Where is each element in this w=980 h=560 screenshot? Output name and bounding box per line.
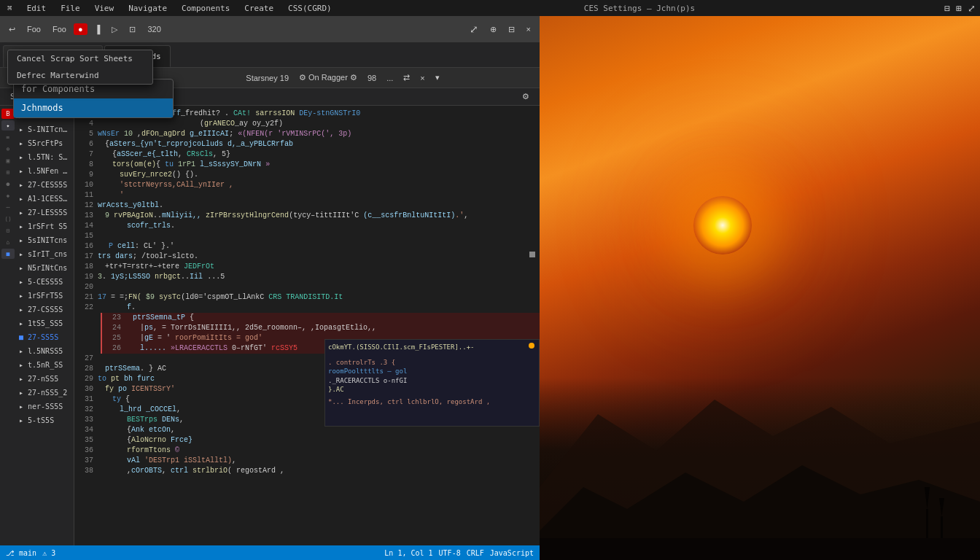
sidebar-icon-3[interactable]: ≡ <box>1 132 15 142</box>
panel-code-6: *... Incerpds, ctrl lchlbrlO, regostArd … <box>328 397 536 407</box>
code-line-36: 36 rformTtons © <box>74 446 540 456</box>
sidebar-icon-11[interactable]: ⊟ <box>1 225 15 236</box>
os-menu-bar: ⌘ Edit File View Navigate Components Cre… <box>0 0 980 16</box>
window-expand[interactable]: ⤢ <box>968 3 976 14</box>
tree-item-21[interactable]: ▸ 27-nSS5_2 <box>16 386 74 400</box>
sidebar-icon-4[interactable]: ⊕ <box>1 144 15 154</box>
tree-item-15[interactable]: ▸ 27-CSS5S <box>16 303 74 316</box>
tree-item-18[interactable]: ▸ l.5NRSS5 <box>16 344 74 358</box>
code-line-17: 17 trs dars; /toolr–slcto. <box>74 252 540 262</box>
tree-item-4[interactable]: ▸ l.5TN: SDe <box>16 150 74 164</box>
tree-item-17[interactable]: ■ 27-SS5S <box>16 330 74 344</box>
os-menu-navigate[interactable]: Navigate <box>125 2 170 15</box>
sidebar-icon-7[interactable]: ● <box>1 179 15 189</box>
tree-item-11[interactable]: ▸ sIrIT_cns <box>16 247 74 261</box>
tree-item-12[interactable]: ▸ N5rINtCns <box>16 261 74 275</box>
code-line-16: 16 P cell: CL' }.' <box>74 241 540 252</box>
tree-item-23[interactable]: ▸ 5-tS5S <box>16 413 74 427</box>
os-menu-view[interactable]: View <box>92 2 117 15</box>
window-title: CES Settings – Jchn(p)s <box>343 4 936 13</box>
file-tree: ▶ BINITtobcja ▸ S-INITcns. ▸ S5rcFtPs ▸ … <box>16 106 74 545</box>
code-line-22: 22 f. <box>74 303 540 313</box>
code-line-20: 20 <box>74 282 540 292</box>
code-line-15: 15 <box>74 231 540 241</box>
code-line-34: 34 {Ank etcOn, <box>74 425 540 435</box>
sidebar-icon-10[interactable]: ⟨⟩ <box>1 214 15 224</box>
os-menu-css[interactable]: CSS(CGRD) <box>285 2 335 15</box>
sidebar-icon-13[interactable]: ■ <box>1 249 15 259</box>
toolbar-foo2[interactable]: Foo <box>48 23 71 35</box>
toolbar-run[interactable]: ▷ <box>107 23 122 36</box>
editor-btn-x[interactable]: × <box>416 72 429 84</box>
code-line-13: 13 9 rvPBAgIoN..mNliyii,, zIrPBrssytHlng… <box>74 211 540 221</box>
toolbar-minimize[interactable]: ⊟ <box>504 23 519 36</box>
status-eol: CRLF <box>467 549 484 557</box>
palette-item-jchnmods[interactable]: Jchnmods <box>14 98 173 117</box>
tree-item-5[interactable]: ▸ l.5NFen 11 <box>16 164 74 178</box>
sidebar-icon-2[interactable]: ✦ <box>1 120 15 131</box>
window-maximize[interactable]: ⊞ <box>956 3 962 14</box>
os-menu-file[interactable]: File <box>58 2 83 15</box>
svg-rect-2 <box>540 538 980 560</box>
tree-item-7[interactable]: ▸ A1-1CESS5S <box>16 192 74 206</box>
editor-btn-num[interactable]: 98 <box>363 72 381 84</box>
panel-code-1: cOkmYT.(SISSO.CIlI.scm_FIsPESTER]..+- <box>328 343 536 352</box>
svg-rect-3 <box>926 509 928 538</box>
tree-item-2[interactable]: ▸ S-INITcns. <box>16 122 74 136</box>
os-menu-components[interactable]: Components <box>179 2 233 15</box>
breadcrumb-settings-btn[interactable]: ⚙ <box>518 90 534 103</box>
toolbar-split[interactable]: ▐ <box>90 23 105 35</box>
status-branch: ⎇ main <box>6 549 36 557</box>
sidebar-icon-5[interactable]: ▣ <box>1 155 15 166</box>
editor-btn-more[interactable]: ▾ <box>431 71 444 84</box>
code-line-19: 19 3. 1yS;LS5SO nrbgct..Iil ...5 <box>74 272 540 282</box>
sidebar-icon-12[interactable]: ⌂ <box>1 237 15 247</box>
os-menu-edit[interactable]: Edit <box>24 2 50 15</box>
toolbar-record[interactable]: ● <box>74 23 88 35</box>
panel-code-2: . controlrTs .3 { <box>328 358 536 368</box>
tree-item-8[interactable]: ▸ 27-LESS5S <box>16 206 74 219</box>
tree-item-9[interactable]: ▸ 1rSFrt S5 <box>16 219 74 233</box>
code-area[interactable]: 1 #BTOrcLcaBLI jtreff_fredhit? . CAt! sa… <box>74 106 540 545</box>
sidebar-icon-8[interactable]: ◈ <box>1 190 15 201</box>
tree-item-6[interactable]: ▸ 27-CESS5S <box>16 178 74 192</box>
ctx-item-defrec[interactable]: Defrec Marterwind <box>8 67 152 84</box>
tree-item-22[interactable]: ▸ ner-SS5S <box>16 400 74 413</box>
ide-toolbar: ↩ Foo Foo ● ▐ ▷ ⊡ 320 ⤢ ⊕ ⊟ × <box>0 16 540 42</box>
secondary-panel: cOkmYT.(SISSO.CIlI.scm_FIsPESTER]..+- . … <box>324 339 540 427</box>
status-ln-col: Ln 1, Col 1 <box>384 549 432 557</box>
sidebar-icon-6[interactable]: ⊞ <box>1 167 15 177</box>
code-line-10: 10 'stctrNeyrss,CAll_ynIIer , <box>74 180 540 190</box>
bg-sunset <box>540 0 980 560</box>
toolbar-close[interactable]: × <box>522 23 535 35</box>
toolbar-foo1[interactable]: Foo <box>23 23 45 35</box>
panel-indicator <box>529 343 534 349</box>
sun-glow <box>693 196 752 254</box>
toolbar-add-panel[interactable]: ⊕ <box>486 23 501 36</box>
editor-btn-dots[interactable]: ... <box>382 72 397 84</box>
os-menu-apple[interactable]: ⌘ <box>4 2 15 15</box>
sidebar-icons: B ✦ ≡ ⊕ ▣ ⊞ ● ◈ ⋯ ⟨⟩ ⊟ ⌂ ■ <box>0 106 16 545</box>
sidebar-icon-9[interactable]: ⋯ <box>1 202 15 212</box>
tree-item-16[interactable]: ▸ 1tS5_SS5 <box>16 316 74 330</box>
tree-item-20[interactable]: ▸ 27-nSS5 <box>16 372 74 386</box>
code-line-35: 35 {AloNcrno Frce} <box>74 435 540 446</box>
code-line-21: 21 17 = =;FN( $9 sysTc(ld0='cspmOT_LlAnk… <box>74 292 540 303</box>
editor-btn-onragger[interactable]: ⚙ On Ragger ⚙ <box>295 71 362 84</box>
tree-item-13[interactable]: ▸ 5-CESS5S <box>16 275 74 289</box>
editor-btn-starsney[interactable]: Starsney 19 <box>241 72 293 84</box>
editor-btn-arrows[interactable]: ⇄ <box>399 71 414 84</box>
tree-item-3[interactable]: ▸ S5rcFtPs <box>16 136 74 150</box>
code-line-8: 8 tors(om(e){ tu 1rP1 l_sSssySY_DNrN » <box>74 160 540 170</box>
ctx-item-cancel[interactable]: Cancel Scrap Sort Sheets <box>8 50 152 67</box>
tree-item-19[interactable]: ▸ t.5nR_SS <box>16 358 74 372</box>
status-lang: JavaScript <box>490 549 534 557</box>
os-menu-create[interactable]: Create <box>241 2 276 15</box>
tree-item-10[interactable]: ▸ 5sINITcns <box>16 233 74 247</box>
toolbar-grid[interactable]: ⊡ <box>125 23 140 36</box>
toolbar-back[interactable]: ↩ <box>4 23 20 36</box>
tree-item-14[interactable]: ▸ 1rSFrT5S <box>16 289 74 303</box>
toolbar-expand-right[interactable]: ⤢ <box>465 22 483 36</box>
toolbar-size[interactable]: 320 <box>143 23 165 35</box>
window-minimize[interactable]: ⊟ <box>944 3 950 14</box>
